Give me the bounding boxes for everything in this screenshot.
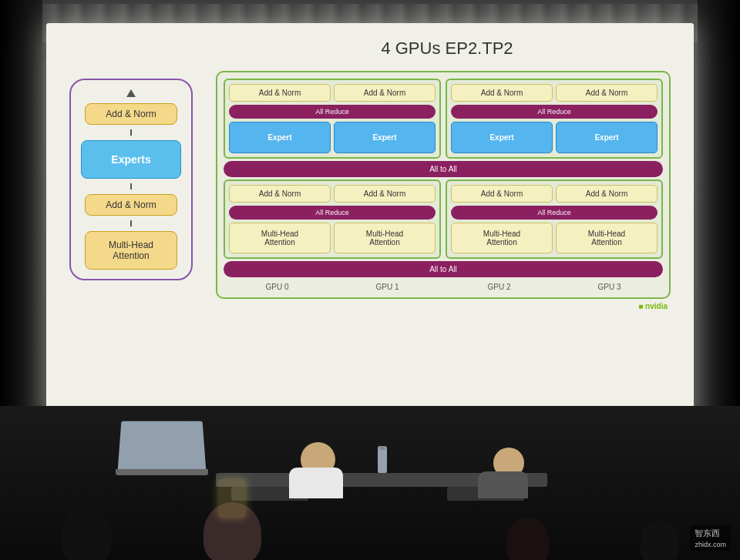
gpu0-expert-col: Expert	[229, 122, 331, 153]
ep-group-left: Add & Norm Add & Norm All Reduce	[224, 79, 441, 159]
left-curtain	[0, 0, 42, 462]
gpu3-bot-col: Add & Norm	[556, 185, 658, 203]
water-bottle	[378, 446, 387, 473]
gpu0-col: Add & Norm	[229, 84, 331, 102]
nvidia-logo: ■ nvidia	[638, 302, 668, 310]
diagrams-row: Add & Norm Experts Add & Norm Multi-Head…	[69, 71, 671, 439]
gpu0-bot-col: Add & Norm	[229, 185, 331, 203]
gpu2-add-norm-top: Add & Norm	[451, 84, 553, 102]
stage-area	[0, 406, 740, 560]
right-diagram: Add & Norm Add & Norm All Reduce	[216, 71, 671, 312]
audience-phone-person	[204, 502, 261, 560]
ep-left-bot-sub-cols: Add & Norm Add & Norm	[229, 185, 436, 203]
gpu2-expert: Expert	[451, 122, 553, 153]
ep-left-sub-cols: Add & Norm Add & Norm	[229, 84, 436, 102]
gpu2-attention: Multi-HeadAttention	[451, 223, 553, 253]
ep-group-right-bottom: Add & Norm Add & Norm All Reduce Multi-H…	[446, 179, 663, 259]
ep-left-attention-row: Multi-HeadAttention Multi-HeadAttention	[229, 223, 436, 253]
slide-title: 4 GPUs EP2.TP2	[381, 39, 513, 59]
gpu0-att-col: Multi-HeadAttention	[229, 223, 331, 253]
gpu1-expert: Expert	[334, 122, 436, 153]
left-add-norm-mid: Add & Norm	[85, 194, 177, 216]
watermark-text: 智东西	[695, 528, 720, 538]
audience-head-4	[641, 519, 679, 560]
projection-screen: 4 GPUs EP2.TP2 Add & Norm Experts Add & …	[46, 23, 694, 454]
audience-area	[0, 460, 740, 560]
gpu1-att-col: Multi-HeadAttention	[334, 223, 436, 253]
gpu2-add-norm-bot: Add & Norm	[451, 185, 553, 203]
gpu2-att-col: Multi-HeadAttention	[451, 223, 553, 253]
gpu1-add-norm-bot: Add & Norm	[334, 185, 436, 203]
gpu1-add-norm-top: Add & Norm	[334, 84, 436, 102]
vert-line-2	[130, 183, 132, 189]
phone-screen	[219, 479, 246, 518]
gpu0-add-norm-top: Add & Norm	[229, 84, 331, 102]
top-add-norm-row: Add & Norm Add & Norm All Reduce	[224, 79, 663, 159]
gpu3-expert: Expert	[556, 122, 658, 153]
gpu3-col: Add & Norm	[556, 84, 658, 102]
ep-right-all-reduce-top: All Reduce	[451, 105, 658, 119]
all-to-all-top: All to All	[224, 161, 663, 177]
all-to-all-bottom: All to All	[224, 261, 663, 277]
bottle-cap	[379, 446, 385, 450]
ep-left-expert-row: Expert Expert	[229, 122, 436, 153]
left-diagram: Add & Norm Experts Add & Norm Multi-Head…	[69, 79, 193, 280]
gpu-labels-left: GPU 0 GPU 1	[224, 283, 441, 291]
audience-head-3	[506, 518, 549, 560]
left-experts-block: Experts	[81, 140, 181, 179]
gpu0-label: GPU 0	[224, 283, 331, 291]
gpu1-attention: Multi-HeadAttention	[334, 223, 436, 253]
vert-line-1	[130, 129, 132, 136]
outer-green-box: Add & Norm Add & Norm All Reduce	[216, 71, 671, 299]
watermark: 智东西 zhidx.com	[690, 525, 731, 551]
ep-right-sub-cols: Add & Norm Add & Norm	[451, 84, 658, 102]
gpu3-add-norm-top: Add & Norm	[556, 84, 658, 102]
ep-right-expert-row: Expert Expert	[451, 122, 658, 153]
arrow-up-icon	[126, 89, 136, 97]
gpu-labels-right: GPU 2 GPU 3	[446, 283, 663, 291]
gpu2-label: GPU 2	[446, 283, 553, 291]
gpu3-att-col: Multi-HeadAttention	[556, 223, 658, 253]
left-attention-block: Multi-HeadAttention	[85, 231, 177, 270]
vert-line-3	[130, 220, 132, 226]
right-curtain	[698, 0, 740, 462]
ep-group-right: Add & Norm Add & Norm All Reduce Expert	[446, 79, 663, 159]
bottom-section-row: Add & Norm Add & Norm All Reduce Multi-H…	[224, 179, 663, 259]
ep-group-left-bottom: Add & Norm Add & Norm All Reduce Multi-H…	[224, 179, 441, 259]
gpu1-bot-col: Add & Norm	[334, 185, 436, 203]
ep-left-all-reduce-bot: All Reduce	[229, 206, 436, 220]
audience-spacer	[353, 556, 415, 560]
gpu1-expert-col: Expert	[334, 122, 436, 153]
gpu3-expert-col: Expert	[556, 122, 658, 153]
ep-left-all-reduce-top: All Reduce	[229, 105, 436, 119]
gpu3-add-norm-bot: Add & Norm	[556, 185, 658, 203]
gpu1-col: Add & Norm	[334, 84, 436, 102]
nvidia-text: nvidia	[645, 302, 668, 310]
gpu3-label: GPU 3	[556, 283, 663, 291]
gpu2-col: Add & Norm	[451, 84, 553, 102]
slide-content: 4 GPUs EP2.TP2 Add & Norm Experts Add & …	[46, 23, 694, 454]
watermark-subtext: zhidx.com	[695, 541, 726, 548]
left-add-norm-top: Add & Norm	[85, 103, 177, 125]
gpu2-expert-col: Expert	[451, 122, 553, 153]
gpu3-attention: Multi-HeadAttention	[556, 223, 658, 253]
gpu2-bot-col: Add & Norm	[451, 185, 553, 203]
ep-right-all-reduce-bot: All Reduce	[451, 206, 658, 220]
ep-right-bot-sub-cols: Add & Norm Add & Norm	[451, 185, 658, 203]
gpu-labels-row: GPU 0 GPU 1 GPU 2 GPU 3	[224, 280, 663, 291]
slide-footer: ■ nvidia	[216, 300, 671, 312]
gpu0-attention: Multi-HeadAttention	[229, 223, 331, 253]
gpu1-label: GPU 1	[334, 283, 441, 291]
gpu0-expert: Expert	[229, 122, 331, 153]
ep-right-attention-row: Multi-HeadAttention Multi-HeadAttention	[451, 223, 658, 253]
gpu0-add-norm-bot: Add & Norm	[229, 185, 331, 203]
audience-head-1	[62, 506, 112, 560]
